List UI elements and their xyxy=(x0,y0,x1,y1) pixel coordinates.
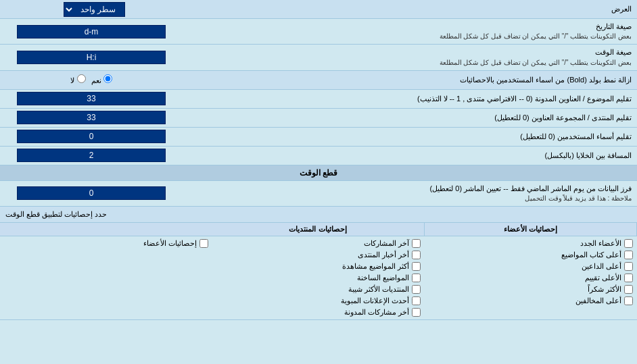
checkbox-col-2: آخر المشاركات أخر أخبار المنتدى أكثر الم… xyxy=(212,239,425,317)
checkbox-top-rated[interactable] xyxy=(624,274,633,282)
forum-row: تقليم المنتدى / المجموعة العناوين (0 للت… xyxy=(0,109,637,128)
apply-label: حدد إحصائيات لتطبيق قطع الوقت xyxy=(5,210,107,219)
radio-yes-label[interactable]: نعم xyxy=(91,74,112,85)
list-item: الأكثر شكراً xyxy=(429,285,633,294)
checkbox-forum-news[interactable] xyxy=(412,251,421,259)
checkbox-blog-posts[interactable] xyxy=(412,308,421,317)
list-item: المواضيع الساخنة xyxy=(216,274,421,282)
list-item: أعلى الداعين xyxy=(429,262,633,271)
apply-section: حدد إحصائيات لتطبيق قطع الوقت xyxy=(0,207,637,223)
list-item: أحدث الإعلانات المبوية xyxy=(216,296,421,305)
time-format-input[interactable] xyxy=(17,51,166,64)
display-row: العرض سطر واحد xyxy=(0,0,637,19)
forum-input[interactable] xyxy=(17,111,166,124)
cutoff-title: فرز البيانات من يوم الماشر الماضي فقط --… xyxy=(188,184,632,194)
topics-input-container xyxy=(0,90,183,107)
topics-input[interactable] xyxy=(17,92,166,105)
time-cutoff-header: قطع الوقت xyxy=(0,165,637,181)
date-format-input[interactable] xyxy=(17,25,166,38)
checkbox-top-writers[interactable] xyxy=(624,251,633,259)
checkbox-members-stats[interactable] xyxy=(199,239,208,248)
time-format-input-container xyxy=(0,49,183,66)
list-item: إحصائيات الأعضاء xyxy=(4,239,208,248)
radio-yes[interactable] xyxy=(103,74,112,83)
list-item: أكثر المواضيع مشاهدة xyxy=(216,262,421,271)
topics-label: تقليم الموضوع / العناوين المدونة (0 -- ا… xyxy=(183,91,637,107)
date-format-title: صيغة التاريخ xyxy=(188,22,632,32)
bold-radio-container: نعم لا xyxy=(0,74,183,85)
time-format-row: صيغة الوقت بعض التكوينات يتطلب "/" التي … xyxy=(0,45,637,70)
gap-input-container xyxy=(0,147,183,163)
list-item: المنتديات الأكثر شيبة xyxy=(216,285,421,294)
col2-header: إحصائيات المنتديات xyxy=(212,223,424,236)
users-label: تقليم أسماء المستخدمين (0 للتعطيل) xyxy=(183,129,637,145)
checkbox-members-new[interactable] xyxy=(624,239,633,248)
date-format-input-container xyxy=(0,24,183,40)
bold-label: ازالة نمط بولد (Bold) من اسماء المستخدمي… xyxy=(183,72,637,88)
gap-label: المسافة بين الخلايا (بالبكسل) xyxy=(183,148,637,163)
list-item: أعلى كتاب المواضيع xyxy=(429,251,633,259)
list-item: آخر المشاركات xyxy=(216,239,421,248)
checkbox-hot-topics[interactable] xyxy=(412,274,421,282)
date-format-row: صيغة التاريخ بعض التكوينات يتطلب "/" الت… xyxy=(0,19,637,45)
checkbox-last-posts[interactable] xyxy=(412,239,421,248)
bold-row: ازالة نمط بولد (Bold) من اسماء المستخدمي… xyxy=(0,71,637,90)
checkbox-classified-ads[interactable] xyxy=(412,296,421,305)
checkbox-col-1: إحصائيات الأعضاء xyxy=(0,239,212,317)
list-item: أعلى المخالفين xyxy=(429,296,633,305)
radio-no[interactable] xyxy=(77,74,86,83)
list-item: الأعلى تقييم xyxy=(429,274,633,282)
checkbox-most-forums[interactable] xyxy=(412,285,421,294)
display-input-container: سطر واحد xyxy=(0,1,183,18)
cutoff-hint: ملاحظة : هذا قد يزيد قبلاً وقت التحميل xyxy=(188,194,632,203)
list-item: الأعضاء الجدد xyxy=(429,239,633,248)
time-format-label: صيغة الوقت بعض التكوينات يتطلب "/" التي … xyxy=(183,45,637,70)
cutoff-label: فرز البيانات من يوم الماشر الماضي فقط --… xyxy=(183,181,637,206)
forum-input-container xyxy=(0,109,183,126)
checkboxes-section: الأعضاء الجدد أعلى كتاب المواضيع أعلى ال… xyxy=(0,236,637,320)
checkbox-top-inviters[interactable] xyxy=(624,262,633,271)
date-format-hint: بعض التكوينات يتطلب "/" التي يمكن ان تضا… xyxy=(188,32,632,41)
topics-row: تقليم الموضوع / العناوين المدونة (0 -- ا… xyxy=(0,90,637,109)
date-format-label: صيغة التاريخ بعض التكوينات يتطلب "/" الت… xyxy=(183,19,637,44)
forum-label: تقليم المنتدى / المجموعة العناوين (0 للت… xyxy=(183,110,637,126)
col3-header: إحصائيات الأعضاء xyxy=(425,223,637,236)
gap-input[interactable] xyxy=(17,149,166,162)
radio-no-label[interactable]: لا xyxy=(70,74,85,85)
users-input[interactable] xyxy=(17,130,166,143)
cutoff-input-container xyxy=(0,185,183,201)
checkbox-most-viewed[interactable] xyxy=(412,262,421,271)
main-container: العرض سطر واحد صيغة التاريخ بعض التكوينا… xyxy=(0,0,637,320)
users-row: تقليم أسماء المستخدمين (0 للتعطيل) xyxy=(0,128,637,147)
cutoff-input[interactable] xyxy=(17,186,166,200)
display-label: العرض xyxy=(183,1,637,17)
list-item: أخر أخبار المنتدى xyxy=(216,251,421,259)
users-input-container xyxy=(0,128,183,145)
checkbox-col-3: الأعضاء الجدد أعلى كتاب المواضيع أعلى ال… xyxy=(425,239,637,317)
time-format-title: صيغة الوقت xyxy=(188,47,632,57)
checkbox-top-violators[interactable] xyxy=(624,296,633,305)
checkbox-most-thanks[interactable] xyxy=(624,285,633,294)
col1-header xyxy=(0,223,212,236)
checkboxes-header: إحصائيات الأعضاء إحصائيات المنتديات xyxy=(0,223,637,236)
display-select[interactable]: سطر واحد xyxy=(64,2,125,17)
cutoff-row: فرز البيانات من يوم الماشر الماضي فقط --… xyxy=(0,181,637,207)
time-format-hint: بعض التكوينات يتطلب "/" التي يمكن ان تضا… xyxy=(188,58,632,68)
gap-row: المسافة بين الخلايا (بالبكسل) xyxy=(0,147,637,165)
list-item: أخر مشاركات المدونة xyxy=(216,308,421,317)
